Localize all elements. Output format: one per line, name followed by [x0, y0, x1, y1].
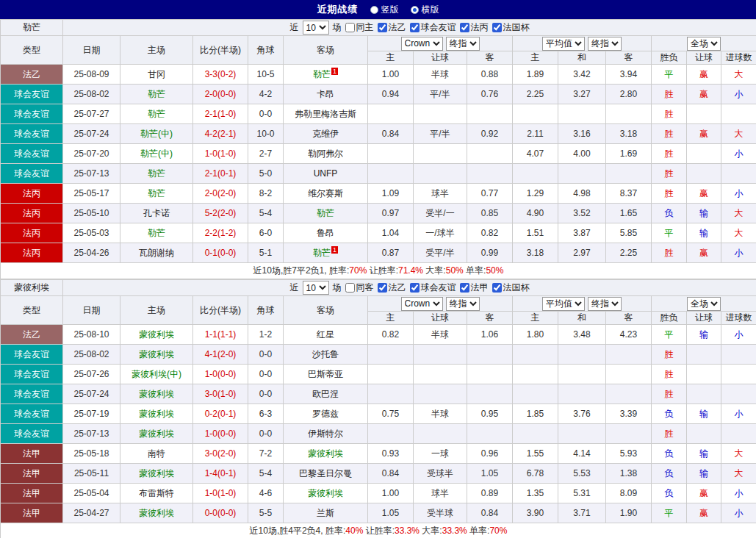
score[interactable]: 3-0(2-0) — [193, 444, 248, 464]
score[interactable]: 0-0(0-0) — [193, 503, 248, 523]
away-team[interactable]: 伊斯特尔 — [284, 424, 368, 444]
same-home-checkbox[interactable] — [345, 23, 355, 32]
match-row: 法丙25-05-10孔卡诺5-2(2-0)5-4勒芒0.97受半/一0.854.… — [1, 204, 756, 223]
score[interactable]: 2-1(1-0) — [193, 104, 248, 124]
score[interactable]: 0-2(0-1) — [193, 404, 248, 424]
home-team[interactable]: 勒芒 — [120, 184, 193, 204]
home-team[interactable]: 孔卡诺 — [120, 204, 193, 223]
away-team[interactable]: 勒芒1 — [284, 243, 368, 263]
odds-source-select[interactable]: Crown — [401, 37, 443, 51]
league-filter-option[interactable]: 球会友谊 — [410, 21, 456, 34]
home-team[interactable]: 勒芒 — [120, 164, 193, 184]
odds-source-select[interactable]: Crown — [401, 297, 443, 311]
away-team[interactable]: 维尔赛斯 — [284, 184, 368, 204]
home-team[interactable]: 勒芒 — [120, 104, 193, 124]
same-home-filter[interactable]: 同主 — [345, 21, 374, 34]
league-checkbox[interactable] — [410, 23, 420, 32]
home-team[interactable]: 蒙彼利埃 — [120, 503, 193, 523]
away-team[interactable]: 勒芒 — [284, 204, 368, 223]
score[interactable]: 1-0(1-0) — [193, 484, 248, 503]
scope-select[interactable]: 全场 — [687, 297, 721, 311]
home-team[interactable]: 勒芒 — [120, 223, 193, 243]
score[interactable]: 2-1(0-1) — [193, 164, 248, 184]
league-checkbox[interactable] — [378, 283, 387, 293]
average-stage-select[interactable]: 终指 — [588, 297, 622, 311]
league-checkbox[interactable] — [410, 283, 420, 293]
layout-option-vertical[interactable]: 竖版 — [370, 4, 399, 16]
score[interactable]: 2-2(1-2) — [193, 223, 248, 243]
home-team[interactable]: 布雷斯特 — [120, 484, 193, 503]
score[interactable]: 2-0(0-0) — [193, 85, 248, 104]
home-team[interactable]: 南特 — [120, 444, 193, 464]
score[interactable]: 3-3(0-2) — [193, 65, 248, 85]
score[interactable]: 1-4(0-1) — [193, 464, 248, 484]
score[interactable]: 3-0(1-0) — [193, 384, 248, 404]
away-team[interactable]: 巴斯蒂亚 — [284, 365, 368, 384]
score[interactable]: 1-0(1-0) — [193, 144, 248, 164]
score[interactable]: 1-1(1-1) — [193, 325, 248, 345]
league-filter-option[interactable]: 球会友谊 — [410, 281, 456, 294]
away-team[interactable]: 勒芒1 — [284, 65, 368, 85]
average-select[interactable]: 平均值 — [542, 37, 585, 51]
away-team[interactable]: 卡昂 — [284, 85, 368, 104]
away-team[interactable]: 红星 — [284, 325, 368, 345]
away-team[interactable]: 沙托鲁 — [284, 345, 368, 365]
away-team[interactable]: 蒙彼利埃 — [284, 484, 368, 503]
match-count-select[interactable]: 10 — [303, 281, 329, 295]
same-away-filter[interactable]: 同客 — [345, 281, 374, 294]
score[interactable]: 1-0(0-0) — [193, 365, 248, 384]
league-filter-option[interactable]: 法国杯 — [492, 21, 530, 34]
home-team[interactable]: 蒙彼利埃 — [120, 404, 193, 424]
away-team[interactable]: 克维伊 — [284, 124, 368, 144]
away-team[interactable]: 弗勒里梅洛吉斯 — [284, 104, 368, 124]
average-select[interactable]: 平均值 — [542, 297, 585, 311]
league-checkbox[interactable] — [460, 283, 469, 293]
home-team[interactable]: 勒芒(中) — [120, 144, 193, 164]
league-checkbox[interactable] — [492, 23, 502, 32]
league-checkbox[interactable] — [492, 283, 502, 293]
score[interactable]: 4-1(2-0) — [193, 345, 248, 365]
away-team[interactable]: UNFP — [284, 164, 368, 184]
away-team[interactable]: 欧巴涅 — [284, 384, 368, 404]
league-filter-option[interactable]: 法丙 — [460, 21, 489, 34]
handicap-result-cell — [687, 365, 721, 384]
league-filter-option[interactable]: 法乙 — [378, 21, 406, 34]
average-stage-select[interactable]: 终指 — [588, 37, 622, 51]
away-team[interactable]: 兰斯 — [284, 503, 368, 523]
league-checkbox[interactable] — [460, 23, 469, 32]
home-team[interactable]: 蒙彼利埃 — [120, 424, 193, 444]
away-team[interactable]: 鲁昂 — [284, 223, 368, 243]
away-team[interactable]: 勒阿弗尔 — [284, 144, 368, 164]
away-team[interactable]: 巴黎圣日尔曼 — [284, 464, 368, 484]
layout-option-horizontal[interactable]: 横版 — [411, 4, 439, 16]
score[interactable]: 5-2(2-0) — [193, 204, 248, 223]
scope-select[interactable]: 全场 — [687, 37, 721, 51]
home-team[interactable]: 蒙彼利埃 — [120, 345, 193, 365]
radio-vertical-icon[interactable] — [370, 6, 378, 14]
league-filter-option[interactable]: 法甲 — [460, 281, 489, 294]
home-team[interactable]: 蒙彼利埃 — [120, 325, 193, 345]
home-team[interactable]: 蒙彼利埃(中) — [120, 365, 193, 384]
league-filter-option[interactable]: 法国杯 — [492, 281, 530, 294]
match-date: 25-07-26 — [63, 365, 120, 384]
odds-stage-select[interactable]: 终指 — [446, 297, 480, 311]
odds-stage-select[interactable]: 终指 — [446, 37, 480, 51]
home-team[interactable]: 蒙彼利埃 — [120, 464, 193, 484]
away-team[interactable]: 罗德兹 — [284, 404, 368, 424]
score[interactable]: 1-0(0-0) — [193, 424, 248, 444]
match-count-select[interactable]: 10 — [303, 21, 329, 35]
away-team[interactable]: 蒙彼利埃 — [284, 444, 368, 464]
radio-horizontal-icon[interactable] — [411, 6, 419, 14]
score[interactable]: 2-0(2-0) — [193, 184, 248, 204]
home-team[interactable]: 勒芒 — [120, 85, 193, 104]
league-checkbox[interactable] — [378, 23, 387, 32]
home-team[interactable]: 蒙彼利埃 — [120, 384, 193, 404]
avg-home-odds: 1.85 — [513, 404, 558, 424]
same-away-checkbox[interactable] — [345, 283, 355, 293]
league-filter-option[interactable]: 法乙 — [378, 281, 406, 294]
home-team[interactable]: 甘冈 — [120, 65, 193, 85]
score[interactable]: 0-1(0-0) — [193, 243, 248, 263]
home-team[interactable]: 瓦朗谢纳 — [120, 243, 193, 263]
home-team[interactable]: 勒芒(中) — [120, 124, 193, 144]
score[interactable]: 4-2(2-1) — [193, 124, 248, 144]
